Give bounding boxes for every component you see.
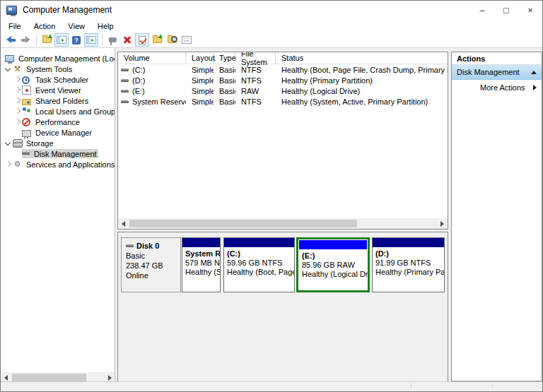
status-bar xyxy=(1,381,542,391)
column-header-status[interactable]: Status xyxy=(276,52,448,64)
window-controls: – □ × xyxy=(470,1,542,19)
collapse-icon[interactable] xyxy=(531,71,537,74)
volume-row-system-reserved[interactable]: System Reserved Simple Basic NTFS Health… xyxy=(118,96,448,107)
app-icon xyxy=(6,6,17,15)
tree-item-event-viewer[interactable]: Event Viewer xyxy=(1,85,115,95)
column-header-layout[interactable]: Layout xyxy=(186,52,214,64)
partition-d[interactable]: (D:) 91.99 GB NTFS Healthy (Primary Part xyxy=(372,237,445,292)
volume-row-e[interactable]: (E:) Simple Basic RAW Healthy (Logical D… xyxy=(118,85,448,96)
properties-icon[interactable] xyxy=(180,33,194,47)
more-actions-item[interactable]: More Actions xyxy=(452,80,542,95)
chevron-right-icon[interactable] xyxy=(13,75,22,84)
chevron-right-icon[interactable] xyxy=(13,117,22,126)
delete-partition-icon[interactable] xyxy=(120,33,134,47)
show-console-tree-icon[interactable] xyxy=(54,33,69,47)
chevron-right-icon[interactable] xyxy=(4,160,13,169)
partition-e-selected[interactable]: (E:) 85.96 GB RAW Healthy (Logical Dri xyxy=(296,237,370,292)
local-users-icon xyxy=(22,107,31,116)
chevron-right-icon[interactable] xyxy=(13,85,22,95)
tree-item-services-applications[interactable]: Services and Applications xyxy=(1,159,115,170)
column-header-file-system[interactable]: File System xyxy=(235,52,276,64)
volume-list-panel: Volume Layout Type File System Status (C… xyxy=(117,52,448,230)
task-scheduler-icon xyxy=(22,76,30,84)
disk0-label-box[interactable]: Disk 0 Basic 238.47 GB Online xyxy=(121,237,181,292)
tree-item-shared-folders[interactable]: Shared Folders xyxy=(1,95,115,106)
scrollbar-thumb[interactable] xyxy=(12,374,86,381)
scroll-left-icon[interactable] xyxy=(118,218,129,229)
up-level-folder-icon[interactable] xyxy=(40,33,54,47)
volume-icon xyxy=(121,69,129,71)
pointer-flag-icon[interactable] xyxy=(105,33,119,47)
tree-item-task-scheduler[interactable]: Task Scheduler xyxy=(1,74,115,85)
tree-item-disk-management[interactable]: Disk Management xyxy=(1,148,115,159)
tree-item-system-tools[interactable]: System Tools xyxy=(1,64,115,74)
menu-view[interactable]: View xyxy=(62,19,91,32)
menu-bar: File Action View Help xyxy=(1,19,542,32)
tree-item-performance[interactable]: Performance xyxy=(1,117,115,127)
mark-partition-icon[interactable] xyxy=(135,33,149,47)
expander-spacer xyxy=(13,128,22,137)
disk-graph-panel: Disk 0 Basic 238.47 GB Online System Re … xyxy=(117,232,448,392)
disk0-status: Online xyxy=(126,271,180,280)
selected-tree-item: Disk Management xyxy=(22,149,98,158)
chevron-down-icon[interactable] xyxy=(4,64,13,73)
tree-item-local-users-groups[interactable]: Local Users and Groups xyxy=(1,106,115,117)
storage-icon xyxy=(13,138,22,148)
forward-icon[interactable] xyxy=(18,33,33,47)
open-folder-icon[interactable] xyxy=(150,33,164,47)
partition-color-strip xyxy=(182,238,220,247)
toolbar xyxy=(1,32,542,48)
console-tree-panel: Computer Management (Local System Tools … xyxy=(1,48,115,383)
volume-icon xyxy=(121,79,129,82)
menu-file[interactable]: File xyxy=(2,19,28,32)
tree-item-computer-management[interactable]: Computer Management (Local xyxy=(1,53,115,64)
minimize-button[interactable]: – xyxy=(470,1,494,19)
disk-icon xyxy=(126,244,134,247)
computer-icon xyxy=(5,55,14,62)
performance-icon xyxy=(22,118,30,126)
scroll-right-icon[interactable] xyxy=(437,218,448,229)
volume-row-d[interactable]: (D:) Simple Basic NTFS Healthy (Primary … xyxy=(118,75,448,85)
title-bar: Computer Management – □ × xyxy=(1,1,542,19)
volume-row-c[interactable]: (C:) Simple Basic NTFS Healthy (Boot, Pa… xyxy=(118,64,448,75)
maximize-button[interactable]: □ xyxy=(494,1,518,19)
main-content: Computer Management (Local System Tools … xyxy=(1,48,542,383)
help-icon[interactable] xyxy=(69,33,83,47)
device-manager-icon xyxy=(22,130,31,137)
partition-c[interactable]: (C:) 59.96 GB NTFS Healthy (Boot, Page xyxy=(223,237,295,292)
submenu-arrow-icon xyxy=(533,85,537,90)
actions-title: Actions xyxy=(452,52,542,65)
menu-action[interactable]: Action xyxy=(28,19,62,32)
shared-folders-icon xyxy=(22,99,31,105)
tree-item-storage[interactable]: Storage xyxy=(1,138,115,148)
system-tools-icon xyxy=(13,64,22,73)
close-button[interactable]: × xyxy=(518,1,542,19)
back-icon[interactable] xyxy=(4,33,18,47)
actions-group-disk-management[interactable]: Disk Management xyxy=(452,65,542,80)
expander-spacer xyxy=(13,149,22,158)
scrollbar-thumb[interactable] xyxy=(129,220,357,227)
disk-management-icon xyxy=(22,149,31,158)
partition-color-strip xyxy=(373,238,444,247)
explore-folder-icon[interactable] xyxy=(165,33,179,47)
volume-list-header: Volume Layout Type File System Status xyxy=(118,52,448,64)
volume-list-horizontal-scrollbar[interactable] xyxy=(118,218,448,229)
chevron-right-icon[interactable] xyxy=(13,96,22,105)
show-action-pane-icon[interactable] xyxy=(84,33,98,47)
tree-item-device-manager[interactable]: Device Manager xyxy=(1,127,115,138)
services-icon xyxy=(13,160,22,169)
disk0-type: Basic xyxy=(126,251,180,261)
actions-pane: Actions Disk Management More Actions xyxy=(451,52,542,381)
computer-management-window: Computer Management – □ × File Action Vi… xyxy=(0,0,543,392)
menu-help[interactable]: Help xyxy=(91,19,120,32)
window-title: Computer Management xyxy=(23,5,112,15)
toolbar-separator xyxy=(102,35,103,45)
column-header-volume[interactable]: Volume xyxy=(118,52,186,64)
console-tree: Computer Management (Local System Tools … xyxy=(1,53,115,170)
partition-system-reserved[interactable]: System Re 579 MB NT Healthy (S xyxy=(182,237,221,292)
chevron-right-icon[interactable] xyxy=(13,107,22,116)
status-bar-divider xyxy=(492,384,493,390)
volume-icon xyxy=(121,100,129,103)
chevron-down-icon[interactable] xyxy=(4,138,13,148)
column-header-type[interactable]: Type xyxy=(214,52,235,64)
